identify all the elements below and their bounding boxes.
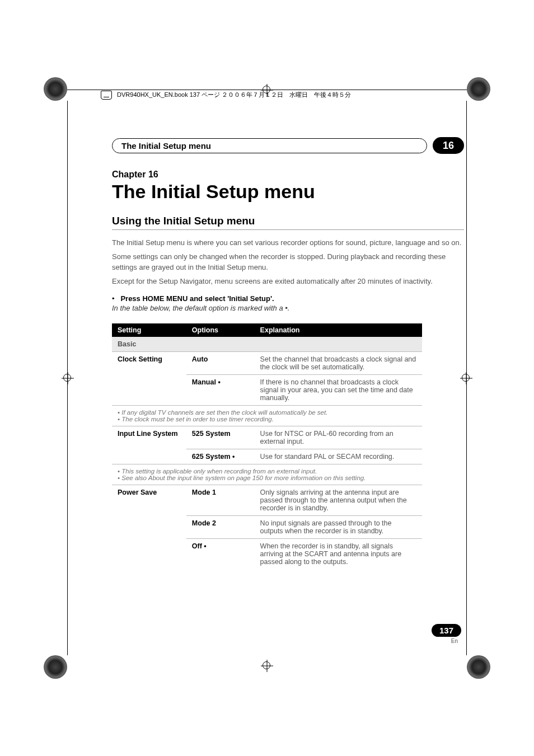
lang-label: En <box>432 638 458 644</box>
exp-625: Use for standard PAL or SECAM recording. <box>255 449 422 464</box>
header-title: The Initial Setup menu <box>121 141 211 151</box>
chapter-number: 16 <box>443 140 454 152</box>
header-pill: The Initial Setup menu <box>112 138 427 153</box>
chapter-number-badge: 16 <box>433 137 464 154</box>
exp-manual: If there is no channel that broadcasts a… <box>255 375 422 406</box>
exp-off: When the recorder is in standby, all sig… <box>255 539 422 570</box>
setting-clock: Clock Setting <box>112 352 186 406</box>
chapter-title: The Initial Setup menu <box>112 181 464 203</box>
registration-mark <box>44 77 67 101</box>
note-text: • If any digital TV channels are set the… <box>118 409 416 416</box>
bullet-marker: • <box>112 294 115 303</box>
opt-mode1: Mode 1 <box>186 485 255 516</box>
col-explanation: Explanation <box>255 323 422 337</box>
default-note: In the table below, the default option i… <box>112 304 464 312</box>
crosshair-icon <box>62 372 74 384</box>
note-row: • If any digital TV channels are set the… <box>112 406 422 426</box>
note-text: • See also About the input line system o… <box>118 475 416 481</box>
page-footer: 137 En <box>432 624 461 644</box>
registration-mark <box>44 655 67 679</box>
book-line-text: DVR940HX_UK_EN.book 137 ページ ２００６年７月１２日 水… <box>117 91 351 98</box>
opt-manual: Manual • <box>186 375 255 406</box>
exp-mode1: Only signals arriving at the antenna inp… <box>255 485 422 516</box>
exp-525: Use for NTSC or PAL-60 recording from an… <box>255 426 422 449</box>
book-line: DVR940HX_UK_EN.book 137 ページ ２００６年７月１２日 水… <box>101 91 351 100</box>
table-row: Input Line System 525 System Use for NTS… <box>112 426 422 449</box>
opt-525: 525 System <box>186 426 255 449</box>
setting-powersave: Power Save <box>112 485 186 570</box>
crosshair-icon <box>261 660 273 672</box>
note-text: • This setting is applicable only when r… <box>118 468 416 475</box>
registration-mark <box>467 77 490 101</box>
body-paragraph: Some settings can only be changed when t… <box>112 252 464 273</box>
exp-mode2: No input signals are passed through to t… <box>255 516 422 539</box>
exp-auto: Set the channel that broadcasts a clock … <box>255 352 422 375</box>
opt-mode2: Mode 2 <box>186 516 255 539</box>
col-setting: Setting <box>112 323 186 337</box>
book-icon <box>101 91 112 100</box>
setting-inputline: Input Line System <box>112 426 186 464</box>
opt-auto: Auto <box>186 352 255 375</box>
page-number: 137 <box>432 624 461 637</box>
table-row: Power Save Mode 1 Only signals arriving … <box>112 485 422 516</box>
table-row: Clock Setting Auto Set the channel that … <box>112 352 422 375</box>
body-paragraph: Except for the Setup Navigator, menu scr… <box>112 276 464 287</box>
note-text: • The clock must be set in order to use … <box>118 416 416 422</box>
note-row: • This setting is applicable only when r… <box>112 464 422 485</box>
opt-off: Off • <box>186 539 255 570</box>
body-paragraph: The Initial Setup menu is where you can … <box>112 238 464 248</box>
section-basic: Basic <box>112 337 422 352</box>
section-title: Using the Initial Setup menu <box>112 215 464 230</box>
col-options: Options <box>186 323 255 337</box>
instruction-text: Press HOME MENU and select 'Initial Setu… <box>120 294 274 303</box>
opt-625: 625 System • <box>186 449 255 464</box>
settings-table: Setting Options Explanation Basic Clock … <box>112 323 422 569</box>
instruction-bullet: • Press HOME MENU and select 'Initial Se… <box>112 294 464 303</box>
chapter-label: Chapter 16 <box>112 170 464 180</box>
registration-mark <box>467 655 490 679</box>
